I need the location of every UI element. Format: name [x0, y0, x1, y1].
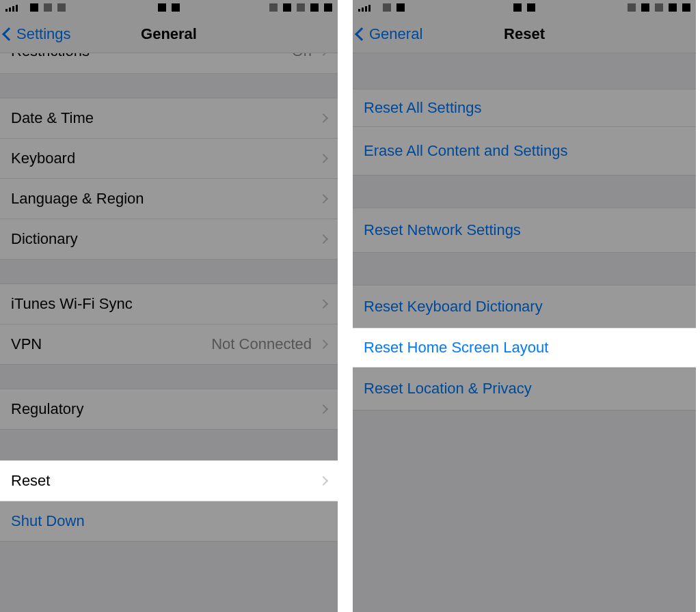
row-label: Reset Network Settings: [364, 221, 685, 239]
group-locale: Date & Time Keyboard Language & Region D…: [0, 98, 338, 260]
row-label: iTunes Wi-Fi Sync: [11, 295, 320, 313]
signal-icon: [358, 3, 371, 12]
status-squares-center: [513, 3, 535, 12]
row-shut-down[interactable]: Shut Down: [0, 501, 338, 542]
screenshot-general-settings: Settings General Restrictions On Date & …: [0, 0, 338, 612]
row-restrictions[interactable]: Restrictions On: [0, 53, 338, 74]
signal-icon: [5, 3, 18, 12]
row-label: Reset Keyboard Dictionary: [364, 298, 685, 316]
status-squares-right: [628, 3, 690, 12]
row-label: Restrictions: [11, 53, 292, 60]
chevron-left-icon: [355, 27, 368, 41]
chevron-right-icon: [319, 113, 328, 123]
chevron-right-icon: [319, 194, 328, 204]
nav-bar: General Reset: [353, 15, 696, 53]
row-label: Reset Home Screen Layout: [364, 339, 685, 357]
page-title: General: [141, 25, 197, 43]
row-itunes-wifi-sync[interactable]: iTunes Wi-Fi Sync: [0, 283, 338, 324]
row-label: Keyboard: [11, 150, 320, 167]
chevron-right-icon: [319, 53, 328, 56]
back-label: Settings: [16, 25, 71, 43]
row-label: Regulatory: [11, 400, 320, 418]
status-squares-right: [269, 3, 332, 12]
group-reset-network: Reset Network Settings: [353, 208, 696, 253]
status-bar: [0, 0, 338, 15]
group-connectivity: iTunes Wi-Fi Sync VPN Not Connected: [0, 283, 338, 365]
row-dictionary[interactable]: Dictionary: [0, 219, 338, 260]
row-reset-home-screen-layout[interactable]: Reset Home Screen Layout: [353, 328, 696, 367]
row-label: Reset All Settings: [364, 99, 685, 117]
row-label: Reset: [11, 472, 320, 490]
row-label: Date & Time: [11, 109, 320, 127]
row-erase-all[interactable]: Erase All Content and Settings: [353, 126, 696, 176]
chevron-right-icon: [319, 154, 328, 163]
chevron-right-icon: [319, 234, 328, 244]
row-value: Not Connected: [211, 335, 312, 353]
row-label: Language & Region: [11, 190, 320, 208]
row-reset[interactable]: Reset: [0, 460, 338, 501]
group-reset-shutdown: Reset Shut Down: [0, 460, 338, 542]
row-label: Dictionary: [11, 230, 320, 248]
row-value: On: [292, 53, 312, 60]
row-reset-all-settings[interactable]: Reset All Settings: [353, 89, 696, 127]
row-regulatory[interactable]: Regulatory: [0, 389, 338, 430]
row-reset-network[interactable]: Reset Network Settings: [353, 208, 696, 253]
status-squares-left: [383, 3, 405, 12]
row-label: VPN: [11, 335, 211, 353]
row-language-region[interactable]: Language & Region: [0, 178, 338, 219]
back-label: General: [369, 25, 422, 43]
row-label: Shut Down: [11, 512, 327, 530]
group-reset-misc: Reset Keyboard Dictionary Reset Home Scr…: [353, 285, 696, 411]
chevron-left-icon: [2, 27, 16, 41]
group-regulatory: Regulatory: [0, 389, 338, 430]
back-button[interactable]: General: [353, 25, 422, 43]
chevron-right-icon: [319, 476, 328, 486]
chevron-right-icon: [319, 299, 328, 309]
row-keyboard[interactable]: Keyboard: [0, 138, 338, 179]
page-title: Reset: [504, 25, 545, 43]
row-label: Reset Location & Privacy: [364, 380, 685, 398]
row-reset-keyboard-dictionary[interactable]: Reset Keyboard Dictionary: [353, 285, 696, 329]
screenshot-reset-settings: General Reset Reset All Settings Erase A…: [353, 0, 696, 612]
group-reset-all: Reset All Settings Erase All Content and…: [353, 89, 696, 176]
nav-bar: Settings General: [0, 15, 338, 53]
row-reset-location-privacy[interactable]: Reset Location & Privacy: [353, 367, 696, 411]
row-label: Erase All Content and Settings: [364, 142, 685, 160]
row-date-time[interactable]: Date & Time: [0, 98, 338, 139]
back-button[interactable]: Settings: [0, 25, 71, 43]
status-squares-left: [30, 3, 66, 12]
row-vpn[interactable]: VPN Not Connected: [0, 324, 338, 365]
chevron-right-icon: [319, 339, 328, 349]
chevron-right-icon: [319, 404, 328, 414]
status-squares-center: [158, 3, 180, 12]
status-bar: [353, 0, 696, 15]
